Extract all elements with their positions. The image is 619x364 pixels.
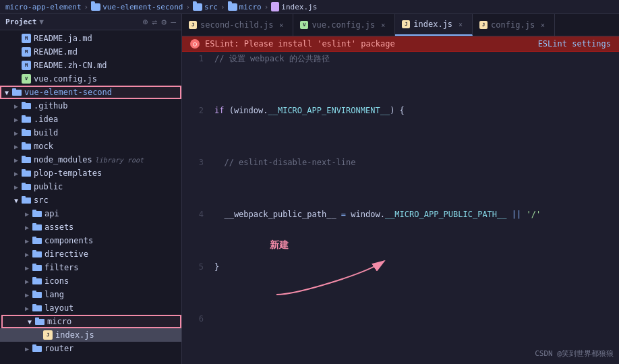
- folder-icon-github: [22, 101, 31, 111]
- tab-icon-config: J: [479, 21, 488, 29]
- folder-icon-small-2: [193, 3, 202, 11]
- svg-rect-1: [12, 88, 16, 91]
- file-icon-md: M: [22, 34, 31, 43]
- breadcrumb-item-2[interactable]: vue-element-second: [102, 3, 183, 11]
- breadcrumb: micro-app-element › vue-element-second ›…: [0, 0, 619, 14]
- folder-icon-directive: [32, 249, 42, 259]
- sidebar-tree: M README.ja.md M README.md M README.zh-C…: [0, 30, 181, 364]
- tab-bar: J second-child.js × V vue.config.js × J …: [182, 14, 619, 36]
- folder-icon-filters: [32, 263, 42, 272]
- code-line-3: 3 // eslint-disable-next-line: [182, 156, 619, 208]
- tab-second-child[interactable]: J second-child.js ×: [182, 14, 293, 36]
- breadcrumb-item-4[interactable]: micro: [239, 3, 262, 11]
- eslint-dot: ○: [190, 39, 200, 49]
- sidebar-item-build[interactable]: ▶ build: [0, 126, 181, 140]
- sidebar-item-plop-templates[interactable]: ▶ plop-templates: [0, 166, 181, 180]
- svg-rect-37: [32, 344, 36, 347]
- sidebar-item-readme[interactable]: M README.md: [0, 45, 181, 59]
- sidebar-title: Project ▼: [5, 18, 44, 26]
- breadcrumb-item-5[interactable]: index.js: [281, 3, 317, 11]
- svg-rect-19: [32, 210, 36, 212]
- sidebar-item-filters[interactable]: ▶ filters: [0, 261, 181, 274]
- svg-rect-13: [22, 169, 26, 172]
- library-root-badge: library root: [95, 156, 144, 164]
- tab-close-index[interactable]: ×: [456, 20, 465, 29]
- sidebar-item-icons[interactable]: ▶ icons: [0, 274, 181, 288]
- folder-icon-idea: [22, 115, 31, 124]
- folder-icon-assets: [32, 222, 42, 232]
- folder-icon-small: [91, 3, 100, 11]
- sidebar-item-github[interactable]: ▶ .github: [0, 99, 181, 113]
- svg-rect-33: [32, 304, 36, 307]
- file-icon-vue: V: [22, 74, 31, 84]
- folder-icon-router: [32, 344, 42, 353]
- sidebar-item-components[interactable]: ▶ components: [0, 234, 181, 247]
- folder-open-icon: [12, 88, 22, 97]
- eslint-message: ESLint: Please install 'eslint' package: [205, 39, 533, 49]
- sidebar-item-public[interactable]: ▶ public: [0, 180, 181, 193]
- tab-icon-vue-config: V: [300, 21, 308, 29]
- sidebar-item-lang[interactable]: ▶ lang: [0, 288, 181, 301]
- svg-rect-27: [32, 264, 36, 266]
- collapse-button[interactable]: —: [171, 17, 176, 27]
- svg-rect-31: [32, 291, 36, 293]
- file-icon-md-2: M: [22, 47, 31, 57]
- svg-rect-5: [22, 115, 26, 118]
- tab-close-vue-config[interactable]: ×: [378, 20, 388, 30]
- sidebar-actions: ⊕ ⇌ ⚙ —: [143, 17, 176, 27]
- tab-close-second-child[interactable]: ×: [276, 20, 286, 30]
- code-line-1: 1 // 设置 webpack 的公共路径: [182, 52, 619, 104]
- svg-rect-21: [32, 223, 36, 226]
- breadcrumb-item-3[interactable]: src: [204, 3, 218, 11]
- eslint-settings-link[interactable]: ESLint settings: [538, 39, 611, 49]
- sidebar-item-assets[interactable]: ▶ assets: [0, 220, 181, 234]
- svg-rect-3: [22, 102, 26, 104]
- code-editor[interactable]: 1 // 设置 webpack 的公共路径 2 if (window.__MIC…: [182, 52, 619, 364]
- folder-icon-micro: [35, 317, 45, 326]
- sidebar-item-src[interactable]: ▼ src: [0, 193, 181, 207]
- breadcrumb-item-root[interactable]: micro-app-element: [5, 3, 82, 11]
- editor-area: J second-child.js × V vue.config.js × J …: [182, 14, 619, 364]
- sidebar-item-vue-element-second[interactable]: ▼ vue-element-second: [0, 86, 181, 99]
- code-line-4: 4 __webpack_public_path__ = window.__MIC…: [182, 208, 619, 260]
- settings-button[interactable]: ⚙: [161, 17, 167, 27]
- sidebar-item-directive[interactable]: ▶ directive: [0, 247, 181, 261]
- sidebar-item-api[interactable]: ▶ api: [0, 207, 181, 220]
- tab-config-js[interactable]: J config.js ×: [473, 14, 555, 36]
- folder-icon-public: [22, 182, 31, 191]
- file-icon-small: [271, 2, 279, 11]
- svg-rect-17: [22, 196, 26, 199]
- folder-icon-small-3: [228, 3, 237, 11]
- svg-rect-35: [35, 317, 39, 320]
- sidebar-item-layout[interactable]: ▶ layout: [0, 301, 181, 315]
- sidebar-item-readme-zh[interactable]: M README.zh-CN.md: [0, 59, 181, 72]
- folder-icon-build: [22, 128, 31, 138]
- sidebar-item-micro[interactable]: ▼ micro: [1, 315, 181, 328]
- folder-icon-node-modules: [22, 155, 31, 164]
- svg-rect-15: [22, 183, 26, 185]
- sidebar-item-router[interactable]: ▶ router: [0, 342, 181, 355]
- code-line-5: 5 }: [182, 260, 619, 312]
- eslint-bar: ○ ESLint: Please install 'eslint' packag…: [182, 36, 619, 52]
- sidebar-item-index-js[interactable]: J index.js: [0, 328, 181, 342]
- folder-icon-api: [32, 209, 42, 218]
- sidebar-item-vue-config[interactable]: V vue.config.js: [0, 72, 181, 86]
- folder-icon-icons: [32, 276, 42, 286]
- file-icon-js-index: J: [43, 330, 53, 340]
- sidebar-item-readme-ja[interactable]: M README.ja.md: [0, 32, 181, 45]
- new-folder-button[interactable]: ⇌: [152, 17, 158, 27]
- tab-index-js[interactable]: J index.js ×: [395, 14, 473, 36]
- sidebar-item-node-modules[interactable]: ▶ node_modules library root: [0, 153, 181, 166]
- sidebar-item-mock[interactable]: ▶ mock: [0, 140, 181, 153]
- svg-rect-23: [32, 237, 36, 239]
- folder-icon-layout: [32, 303, 42, 313]
- svg-rect-11: [22, 156, 26, 158]
- svg-rect-7: [22, 129, 26, 131]
- folder-icon-src: [22, 195, 31, 205]
- tab-close-config[interactable]: ×: [538, 20, 548, 30]
- sidebar-header: Project ▼ ⊕ ⇌ ⚙ —: [0, 14, 181, 30]
- tab-vue-config[interactable]: V vue.config.js ×: [293, 14, 395, 36]
- sidebar-item-idea[interactable]: ▶ .idea: [0, 113, 181, 126]
- sidebar-panel: Project ▼ ⊕ ⇌ ⚙ — M README.ja.md: [0, 14, 182, 364]
- new-file-button[interactable]: ⊕: [143, 17, 148, 27]
